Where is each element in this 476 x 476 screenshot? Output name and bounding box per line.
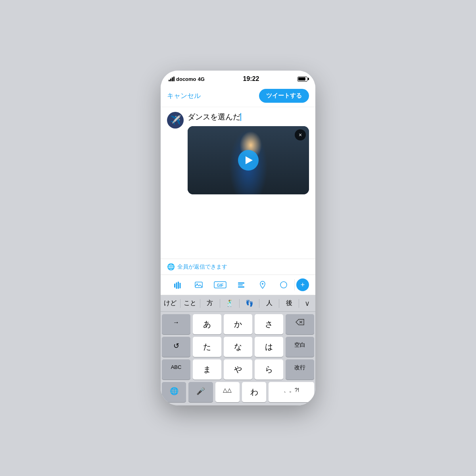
pred-word-4[interactable]: 🕺: [220, 299, 240, 308]
carrier-label: docomo: [176, 76, 196, 82]
status-left: docomo 4G: [169, 76, 205, 82]
key-sa[interactable]: さ: [255, 314, 283, 334]
key-dakuten[interactable]: △△: [215, 382, 240, 402]
svg-text:GIF: GIF: [217, 283, 223, 288]
svg-point-11: [262, 283, 263, 285]
pred-word-2[interactable]: こと: [180, 298, 200, 308]
circle-icon[interactable]: [273, 278, 295, 292]
svg-point-12: [280, 282, 287, 288]
list-icon[interactable]: [231, 278, 252, 292]
tweet-text-input[interactable]: ダンスを選んだ: [188, 112, 309, 122]
reply-permission-bar[interactable]: 🌐 全員が返信できます: [161, 259, 315, 275]
key-arrow[interactable]: →: [162, 314, 190, 334]
audio-icon[interactable]: [167, 278, 188, 292]
compose-toolbar: GIF +: [161, 275, 315, 295]
pred-word-3[interactable]: 方: [200, 298, 220, 308]
toolbar-divider: [294, 279, 295, 290]
cancel-button[interactable]: キャンセル: [167, 91, 201, 100]
svg-rect-2: [178, 282, 179, 289]
key-return[interactable]: 改行: [286, 359, 314, 380]
keyboard-row-3: ABC ま や ら 改行: [161, 359, 315, 380]
video-close-button[interactable]: ×: [295, 129, 306, 140]
key-ya[interactable]: や: [224, 359, 252, 380]
key-a[interactable]: あ: [193, 314, 221, 334]
image-icon[interactable]: [188, 278, 210, 292]
avatar: ✈️: [167, 112, 184, 129]
key-ta[interactable]: た: [193, 337, 221, 357]
status-right: [298, 77, 307, 82]
svg-rect-4: [195, 282, 202, 288]
play-button[interactable]: [238, 150, 259, 171]
phone-frame: docomo 4G 19:22 キャンセル ツイートする ✈️ ダンスを選んだ: [161, 71, 315, 405]
tweet-button[interactable]: ツイートする: [259, 89, 309, 103]
key-undo[interactable]: ↺: [162, 337, 190, 357]
key-backspace[interactable]: [286, 314, 314, 334]
pred-word-7[interactable]: 後: [279, 298, 299, 308]
add-media-button[interactable]: +: [296, 278, 309, 291]
key-abc[interactable]: ABC: [162, 359, 190, 380]
status-bar: docomo 4G 19:22: [161, 71, 315, 85]
key-ka[interactable]: か: [224, 314, 252, 334]
svg-rect-10: [238, 286, 244, 288]
key-globe[interactable]: 🌐: [162, 382, 186, 402]
svg-rect-8: [238, 282, 244, 284]
svg-rect-1: [176, 282, 177, 289]
compose-content: ダンスを選んだ ×: [188, 112, 309, 254]
reply-permission-text: 全員が返信できます: [177, 263, 227, 271]
key-mic[interactable]: 🎤: [188, 382, 213, 402]
time-label: 19:22: [243, 75, 259, 83]
predictive-bar: けど こと 方 🕺 👣 人 後 ∨: [161, 295, 315, 312]
predictive-chevron[interactable]: ∨: [299, 299, 315, 308]
globe-icon: 🌐: [167, 263, 175, 271]
svg-rect-3: [179, 283, 180, 288]
compose-area: ✈️ ダンスを選んだ ×: [161, 107, 315, 259]
svg-rect-0: [174, 284, 175, 288]
key-ra[interactable]: ら: [255, 359, 283, 380]
play-icon: [246, 156, 253, 164]
location-icon[interactable]: [252, 278, 273, 292]
keyboard-row-1: → あ か さ: [161, 314, 315, 334]
japanese-keyboard: → あ か さ ↺ た な は 空白 ABC ま や ら: [161, 312, 315, 405]
pred-word-1[interactable]: けど: [161, 298, 180, 308]
pred-word-5[interactable]: 👣: [240, 299, 259, 308]
signal-icon: [169, 77, 175, 81]
key-ha[interactable]: は: [255, 337, 283, 357]
key-na[interactable]: な: [224, 337, 252, 357]
video-thumbnail[interactable]: ×: [188, 126, 309, 194]
compose-header: キャンセル ツイートする: [161, 85, 315, 107]
keyboard-row-4: 🌐 🎤 △△ わ 、。?!: [161, 382, 315, 402]
key-wa[interactable]: わ: [242, 382, 266, 402]
gif-icon[interactable]: GIF: [209, 278, 231, 292]
keyboard-row-2: ↺ た な は 空白: [161, 337, 315, 357]
key-punctuation[interactable]: 、。?!: [269, 382, 314, 402]
network-label: 4G: [198, 76, 205, 82]
svg-rect-9: [238, 284, 243, 286]
key-ma[interactable]: ま: [193, 359, 221, 380]
key-space[interactable]: 空白: [286, 337, 314, 357]
pred-word-6[interactable]: 人: [259, 298, 279, 308]
battery-icon: [298, 77, 307, 82]
